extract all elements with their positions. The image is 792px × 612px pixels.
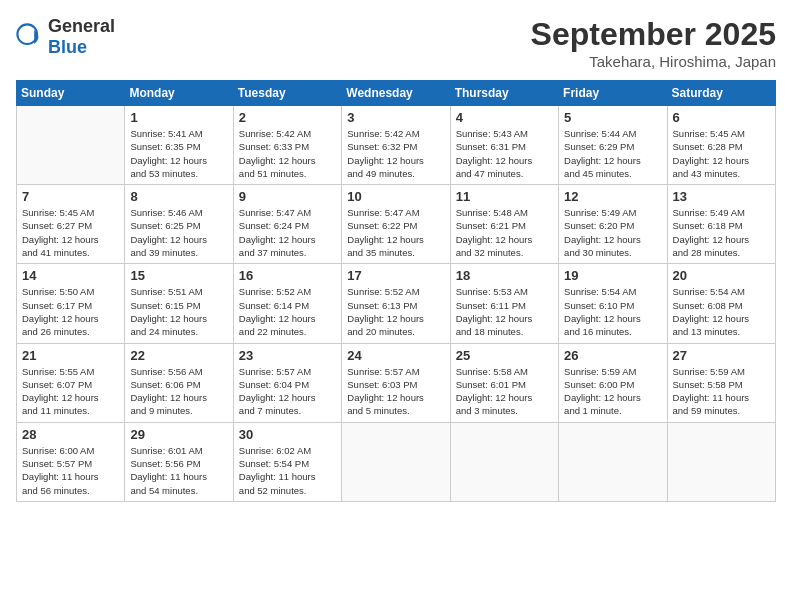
calendar-cell: 23Sunrise: 5:57 AM Sunset: 6:04 PM Dayli… <box>233 343 341 422</box>
logo-text: General Blue <box>48 16 115 58</box>
calendar-cell: 19Sunrise: 5:54 AM Sunset: 6:10 PM Dayli… <box>559 264 667 343</box>
header-row: SundayMondayTuesdayWednesdayThursdayFrid… <box>17 81 776 106</box>
day-number: 16 <box>239 268 336 283</box>
calendar-cell: 30Sunrise: 6:02 AM Sunset: 5:54 PM Dayli… <box>233 422 341 501</box>
calendar-cell: 17Sunrise: 5:52 AM Sunset: 6:13 PM Dayli… <box>342 264 450 343</box>
week-row-4: 21Sunrise: 5:55 AM Sunset: 6:07 PM Dayli… <box>17 343 776 422</box>
day-detail: Sunrise: 5:47 AM Sunset: 6:22 PM Dayligh… <box>347 206 444 259</box>
column-header-sunday: Sunday <box>17 81 125 106</box>
logo-icon <box>16 23 44 51</box>
day-number: 14 <box>22 268 119 283</box>
calendar-cell: 7Sunrise: 5:45 AM Sunset: 6:27 PM Daylig… <box>17 185 125 264</box>
day-detail: Sunrise: 5:45 AM Sunset: 6:28 PM Dayligh… <box>673 127 770 180</box>
calendar-cell: 18Sunrise: 5:53 AM Sunset: 6:11 PM Dayli… <box>450 264 558 343</box>
calendar-cell: 9Sunrise: 5:47 AM Sunset: 6:24 PM Daylig… <box>233 185 341 264</box>
calendar-cell <box>450 422 558 501</box>
day-number: 18 <box>456 268 553 283</box>
day-detail: Sunrise: 5:44 AM Sunset: 6:29 PM Dayligh… <box>564 127 661 180</box>
day-detail: Sunrise: 5:46 AM Sunset: 6:25 PM Dayligh… <box>130 206 227 259</box>
logo: General Blue <box>16 16 115 58</box>
day-detail: Sunrise: 5:49 AM Sunset: 6:20 PM Dayligh… <box>564 206 661 259</box>
calendar-cell: 2Sunrise: 5:42 AM Sunset: 6:33 PM Daylig… <box>233 106 341 185</box>
day-number: 8 <box>130 189 227 204</box>
day-detail: Sunrise: 5:57 AM Sunset: 6:03 PM Dayligh… <box>347 365 444 418</box>
week-row-5: 28Sunrise: 6:00 AM Sunset: 5:57 PM Dayli… <box>17 422 776 501</box>
day-number: 11 <box>456 189 553 204</box>
day-detail: Sunrise: 5:43 AM Sunset: 6:31 PM Dayligh… <box>456 127 553 180</box>
day-number: 27 <box>673 348 770 363</box>
column-header-tuesday: Tuesday <box>233 81 341 106</box>
calendar-cell: 24Sunrise: 5:57 AM Sunset: 6:03 PM Dayli… <box>342 343 450 422</box>
location: Takehara, Hiroshima, Japan <box>531 53 776 70</box>
column-header-thursday: Thursday <box>450 81 558 106</box>
day-detail: Sunrise: 5:58 AM Sunset: 6:01 PM Dayligh… <box>456 365 553 418</box>
day-detail: Sunrise: 5:48 AM Sunset: 6:21 PM Dayligh… <box>456 206 553 259</box>
day-number: 28 <box>22 427 119 442</box>
day-number: 9 <box>239 189 336 204</box>
day-number: 29 <box>130 427 227 442</box>
day-detail: Sunrise: 5:52 AM Sunset: 6:14 PM Dayligh… <box>239 285 336 338</box>
calendar-cell: 26Sunrise: 5:59 AM Sunset: 6:00 PM Dayli… <box>559 343 667 422</box>
calendar-cell: 25Sunrise: 5:58 AM Sunset: 6:01 PM Dayli… <box>450 343 558 422</box>
calendar-cell: 15Sunrise: 5:51 AM Sunset: 6:15 PM Dayli… <box>125 264 233 343</box>
day-detail: Sunrise: 5:55 AM Sunset: 6:07 PM Dayligh… <box>22 365 119 418</box>
calendar-cell: 16Sunrise: 5:52 AM Sunset: 6:14 PM Dayli… <box>233 264 341 343</box>
calendar-cell <box>667 422 775 501</box>
day-number: 7 <box>22 189 119 204</box>
day-detail: Sunrise: 6:01 AM Sunset: 5:56 PM Dayligh… <box>130 444 227 497</box>
logo-blue-label: Blue <box>48 37 115 58</box>
day-number: 21 <box>22 348 119 363</box>
day-number: 17 <box>347 268 444 283</box>
calendar-cell <box>17 106 125 185</box>
day-number: 3 <box>347 110 444 125</box>
calendar: SundayMondayTuesdayWednesdayThursdayFrid… <box>16 80 776 502</box>
day-detail: Sunrise: 5:50 AM Sunset: 6:17 PM Dayligh… <box>22 285 119 338</box>
calendar-cell: 12Sunrise: 5:49 AM Sunset: 6:20 PM Dayli… <box>559 185 667 264</box>
column-header-monday: Monday <box>125 81 233 106</box>
day-number: 12 <box>564 189 661 204</box>
week-row-3: 14Sunrise: 5:50 AM Sunset: 6:17 PM Dayli… <box>17 264 776 343</box>
day-number: 22 <box>130 348 227 363</box>
day-detail: Sunrise: 5:49 AM Sunset: 6:18 PM Dayligh… <box>673 206 770 259</box>
logo-general-label: General <box>48 16 115 37</box>
calendar-body: 1Sunrise: 5:41 AM Sunset: 6:35 PM Daylig… <box>17 106 776 502</box>
day-number: 20 <box>673 268 770 283</box>
day-detail: Sunrise: 5:54 AM Sunset: 6:10 PM Dayligh… <box>564 285 661 338</box>
day-number: 13 <box>673 189 770 204</box>
calendar-cell: 21Sunrise: 5:55 AM Sunset: 6:07 PM Dayli… <box>17 343 125 422</box>
day-detail: Sunrise: 5:56 AM Sunset: 6:06 PM Dayligh… <box>130 365 227 418</box>
column-header-wednesday: Wednesday <box>342 81 450 106</box>
calendar-cell: 13Sunrise: 5:49 AM Sunset: 6:18 PM Dayli… <box>667 185 775 264</box>
day-detail: Sunrise: 6:00 AM Sunset: 5:57 PM Dayligh… <box>22 444 119 497</box>
calendar-cell: 8Sunrise: 5:46 AM Sunset: 6:25 PM Daylig… <box>125 185 233 264</box>
calendar-cell <box>342 422 450 501</box>
day-detail: Sunrise: 5:47 AM Sunset: 6:24 PM Dayligh… <box>239 206 336 259</box>
day-detail: Sunrise: 5:57 AM Sunset: 6:04 PM Dayligh… <box>239 365 336 418</box>
day-detail: Sunrise: 5:45 AM Sunset: 6:27 PM Dayligh… <box>22 206 119 259</box>
month-title: September 2025 <box>531 16 776 53</box>
day-detail: Sunrise: 5:59 AM Sunset: 5:58 PM Dayligh… <box>673 365 770 418</box>
day-detail: Sunrise: 5:42 AM Sunset: 6:33 PM Dayligh… <box>239 127 336 180</box>
week-row-2: 7Sunrise: 5:45 AM Sunset: 6:27 PM Daylig… <box>17 185 776 264</box>
calendar-cell: 14Sunrise: 5:50 AM Sunset: 6:17 PM Dayli… <box>17 264 125 343</box>
calendar-header: SundayMondayTuesdayWednesdayThursdayFrid… <box>17 81 776 106</box>
day-detail: Sunrise: 5:54 AM Sunset: 6:08 PM Dayligh… <box>673 285 770 338</box>
calendar-cell: 3Sunrise: 5:42 AM Sunset: 6:32 PM Daylig… <box>342 106 450 185</box>
calendar-cell: 22Sunrise: 5:56 AM Sunset: 6:06 PM Dayli… <box>125 343 233 422</box>
calendar-cell: 5Sunrise: 5:44 AM Sunset: 6:29 PM Daylig… <box>559 106 667 185</box>
calendar-cell: 27Sunrise: 5:59 AM Sunset: 5:58 PM Dayli… <box>667 343 775 422</box>
calendar-cell: 1Sunrise: 5:41 AM Sunset: 6:35 PM Daylig… <box>125 106 233 185</box>
day-number: 6 <box>673 110 770 125</box>
day-detail: Sunrise: 5:42 AM Sunset: 6:32 PM Dayligh… <box>347 127 444 180</box>
day-number: 25 <box>456 348 553 363</box>
day-number: 10 <box>347 189 444 204</box>
calendar-cell: 6Sunrise: 5:45 AM Sunset: 6:28 PM Daylig… <box>667 106 775 185</box>
day-detail: Sunrise: 5:53 AM Sunset: 6:11 PM Dayligh… <box>456 285 553 338</box>
title-area: September 2025 Takehara, Hiroshima, Japa… <box>531 16 776 70</box>
week-row-1: 1Sunrise: 5:41 AM Sunset: 6:35 PM Daylig… <box>17 106 776 185</box>
day-number: 5 <box>564 110 661 125</box>
calendar-cell: 4Sunrise: 5:43 AM Sunset: 6:31 PM Daylig… <box>450 106 558 185</box>
day-number: 26 <box>564 348 661 363</box>
day-number: 19 <box>564 268 661 283</box>
day-detail: Sunrise: 5:51 AM Sunset: 6:15 PM Dayligh… <box>130 285 227 338</box>
